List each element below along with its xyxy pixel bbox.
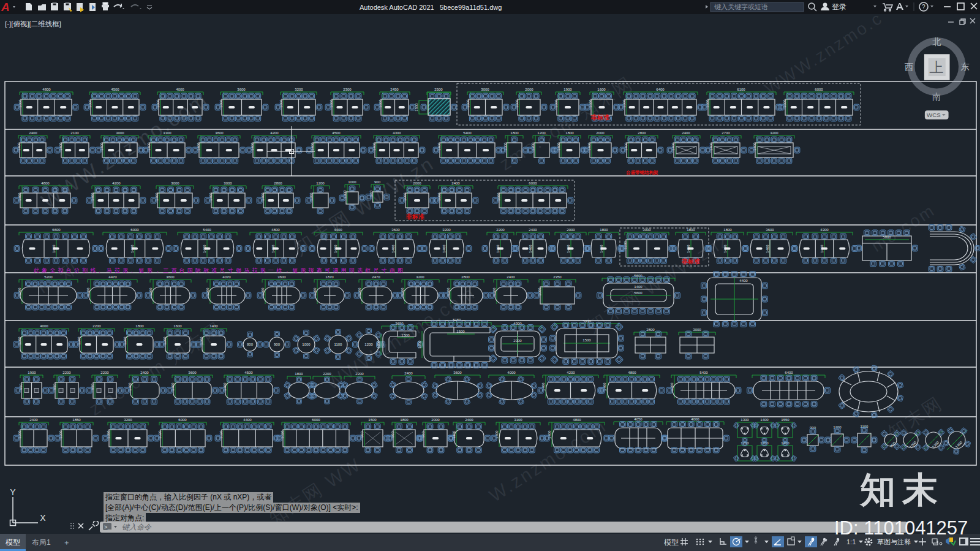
svg-text:3200: 3200 [124,418,132,422]
svg-text:4000: 4000 [176,88,184,91]
svg-text:4200: 4200 [112,181,121,185]
svg-text:1900: 1900 [564,88,572,91]
svg-text:1400: 1400 [760,418,769,422]
svg-text:3200: 3200 [377,340,380,349]
svg-text:5800: 5800 [883,235,891,239]
svg-text:1300: 1300 [741,418,749,422]
svg-text:1800: 1800 [565,131,574,135]
svg-text:3000: 3000 [171,181,179,185]
svg-text:800: 800 [247,343,254,346]
svg-text:非标准: 非标准 [681,258,700,265]
svg-text:4300: 4300 [820,228,829,232]
svg-text:2400: 2400 [682,131,690,135]
svg-text:5400: 5400 [203,228,211,232]
svg-text:1800: 1800 [135,324,144,328]
svg-text:3200: 3200 [770,131,778,135]
svg-text:1850: 1850 [72,418,81,422]
svg-text:1500: 1500 [456,330,465,333]
svg-text:4800: 4800 [41,181,50,185]
svg-text:3000: 3000 [481,88,489,91]
svg-text:1000: 1000 [348,180,356,184]
svg-text:?: ? [922,4,925,10]
svg-text:1100: 1100 [334,343,343,346]
svg-text:3600: 3600 [237,88,246,91]
svg-text:4800: 4800 [573,418,581,422]
svg-text:西: 西 [904,62,913,72]
svg-text:4500: 4500 [244,371,253,374]
svg-text:1550: 1550 [781,418,790,422]
svg-text:4070: 4070 [222,275,231,279]
svg-text:键入关键字或短语: 键入关键字或短语 [714,3,768,10]
svg-text:1600: 1600 [597,88,606,91]
svg-text:台底带钢结构架: 台底带钢结构架 [626,170,658,175]
svg-text:3100: 3100 [163,131,172,135]
svg-text:4200: 4200 [567,371,575,374]
svg-text:4000: 4000 [40,324,48,328]
svg-text:1500: 1500 [401,333,410,337]
svg-text:6000: 6000 [130,228,139,232]
svg-text:2200: 2200 [92,324,101,328]
svg-text:X: X [40,513,46,523]
svg-text:Autodesk AutoCAD 2021: Autodesk AutoCAD 2021 [360,4,434,11]
svg-text:2200: 2200 [323,372,331,376]
svg-text:知末网 WWW.zn: 知末网 WWW.zn [289,152,438,259]
svg-text:2000: 2000 [596,131,605,135]
svg-text:6600: 6600 [52,228,61,232]
svg-text:6000: 6000 [815,88,823,91]
svg-text:3600: 3600 [215,131,224,135]
svg-text:非标准: 非标准 [590,114,609,121]
svg-text:2300: 2300 [513,339,522,343]
svg-text:3200: 3200 [442,228,451,232]
svg-text:4200: 4200 [270,131,279,135]
svg-text:2000: 2000 [413,181,421,185]
svg-text:上: 上 [930,59,944,75]
svg-text:1200: 1200 [364,343,373,346]
svg-text:1000: 1000 [302,343,311,346]
svg-text:900: 900 [374,180,381,184]
svg-text:1400: 1400 [391,245,395,253]
svg-text:2200: 2200 [496,228,505,232]
svg-text:Y: Y [10,487,16,497]
svg-text:2500: 2500 [434,88,443,91]
svg-text:1800: 1800 [510,131,519,135]
svg-text:1800: 1800 [400,418,409,422]
svg-text:2200: 2200 [62,371,71,374]
svg-text:4800: 4800 [271,228,280,232]
svg-text:4000: 4000 [691,417,699,421]
svg-text:2000: 2000 [567,228,575,232]
svg-text:4050: 4050 [634,417,643,421]
svg-text:1600: 1600 [173,324,182,328]
svg-text:4000: 4000 [507,371,516,374]
svg-text:3600: 3600 [453,371,462,374]
svg-text:3200: 3200 [416,275,424,279]
svg-text:2400: 2400 [29,131,37,135]
svg-text:4400: 4400 [243,418,252,422]
svg-text:3100: 3100 [514,418,522,422]
svg-text:东: 东 [960,62,970,72]
svg-text:1800: 1800 [295,372,303,376]
svg-text:2300: 2300 [343,88,352,91]
svg-text:5600: 5600 [634,291,643,295]
svg-text:2200: 2200 [100,371,109,374]
svg-text:1800: 1800 [723,228,732,232]
svg-text:1400: 1400 [766,245,769,253]
svg-text:5400: 5400 [699,371,708,374]
svg-text:4800: 4800 [42,88,51,91]
svg-text:2200: 2200 [355,372,364,376]
svg-text:4300: 4300 [393,131,401,135]
svg-text:2400: 2400 [451,181,460,185]
svg-text:3600: 3600 [188,371,197,374]
svg-text:3600: 3600 [766,228,774,232]
svg-text:2000: 2000 [431,418,440,422]
svg-text:3600: 3600 [391,228,400,232]
svg-text:2400: 2400 [465,418,473,422]
svg-text:1800: 1800 [600,228,608,232]
svg-text:5400: 5400 [463,131,472,135]
svg-text:1400: 1400 [529,245,532,253]
svg-text:2800: 2800 [638,131,646,135]
svg-text:非标准: 非标准 [405,213,424,220]
svg-text:2400: 2400 [29,418,38,422]
svg-text:6000: 6000 [312,418,320,422]
svg-text:2400: 2400 [404,371,413,375]
svg-text:3600: 3600 [166,275,175,279]
